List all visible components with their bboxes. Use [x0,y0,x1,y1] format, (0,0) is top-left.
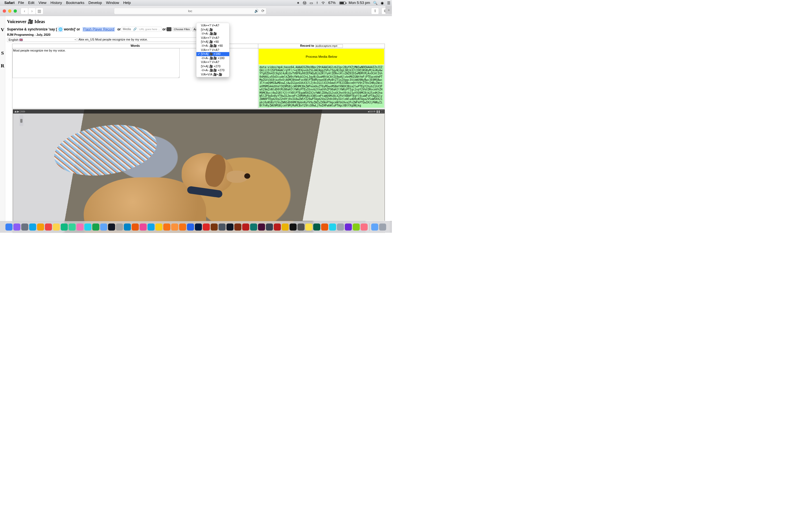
wifi-icon[interactable] [321,1,325,4]
dock-finder-icon[interactable] [5,223,12,230]
dropdown-item[interactable]: V/A++? V+A? [196,48,229,52]
audio-playing-icon[interactable]: 🔊 [254,9,259,13]
dock-reminders-icon[interactable] [61,223,68,230]
dock-f-icon[interactable] [290,223,297,230]
dropdown-item[interactable]: V/A+V/A 🎥+🎥 [196,72,229,76]
close-window-button[interactable] [3,9,6,13]
new-tab-button[interactable]: ＋ [386,6,392,14]
dock-calendar-icon[interactable] [45,223,52,230]
rotation-dropdown[interactable]: V/A++? V+A?[V+A] 🎥-V+A- 🎥🎥V/A++? V+A?[V+… [196,23,230,77]
globe-icon[interactable]: 🌐 [58,27,63,32]
dock-trash-icon[interactable] [379,223,386,230]
dock-maps-icon[interactable] [68,223,75,230]
words-textarea[interactable]: Most people recognize me by my voice. [12,48,179,78]
dock-a15-icon[interactable] [337,223,344,230]
menu-develop[interactable]: Develop [89,1,102,5]
dock-a16-icon[interactable] [345,223,352,230]
dropdown-item[interactable]: -V+A- 🎥🎥 [196,32,229,36]
video-volume-slider[interactable] [19,115,23,126]
reload-icon[interactable]: ⟳ [261,9,264,13]
dock-xd-icon[interactable] [258,223,265,230]
menu-window[interactable]: Window [106,1,119,5]
bluetooth-icon[interactable]: ᚼ [316,1,318,5]
dock-a3-icon[interactable] [155,223,162,230]
flash-player-record-link[interactable]: Flash Player Record [83,27,115,31]
dock-messages-icon[interactable] [84,223,91,230]
base64-output[interactable]: data:video/mp4;base64,AAAAIGZ0eXBpc29tAA… [259,65,384,108]
dropdown-item[interactable]: V/A++? V+A? [196,36,229,40]
dock-music-icon[interactable] [140,223,147,230]
url-placeholder[interactable]: URL goes here ... [138,27,161,31]
dropdown-item[interactable]: -V+A- 🎥🎥 +270 [196,68,229,72]
dropdown-item[interactable]: [V+A] 🎥 +90 [196,40,229,44]
back-button[interactable]: ‹ [20,8,28,14]
dock-firefox-icon[interactable] [179,223,186,230]
dropdown-item[interactable]: [V+A] 🎥 +180 [196,52,229,56]
dock-a8-icon[interactable] [242,223,249,230]
dock-a4-icon[interactable] [163,223,170,230]
dock-q-icon[interactable] [329,223,336,230]
app-name[interactable]: Safari [4,1,14,5]
video-time-right[interactable]: ●0:0 ⟳ ❚❚ ⛶ [368,110,384,113]
menu-edit[interactable]: Edit [28,1,35,5]
menubar-clock[interactable]: Mon 5:53 pm [349,1,370,5]
dock-a12-icon[interactable] [305,223,312,230]
minimize-window-button[interactable] [8,9,11,13]
siri-icon[interactable]: ◉ [380,1,384,5]
airplay-icon[interactable]: ▭ [310,1,313,5]
dropdown-item[interactable]: -V+A- 🎥🎥 +90 [196,44,229,48]
dropdown-item[interactable]: [V+A] 🎥 +270 [196,64,229,68]
dropdown-item[interactable]: -V+A- 🎥🎥 +180 [196,56,229,60]
menu-history[interactable]: History [50,1,62,5]
dock-a14-icon[interactable] [321,223,328,230]
dock-a11-icon[interactable] [297,223,305,230]
dock-a5-icon[interactable] [171,223,178,230]
menu-bookmarks[interactable]: Bookmarks [66,1,84,5]
dock-terminal-icon[interactable] [226,223,234,230]
dock-siri-icon[interactable] [13,223,20,230]
share-button[interactable]: ⇪ [371,8,379,14]
notifications-icon[interactable]: ☰ [387,1,391,5]
dock-launchpad-icon[interactable] [21,223,28,230]
menu-file[interactable]: File [18,1,24,5]
dock-a13-icon[interactable] [313,223,320,230]
sidebar-button[interactable]: ▥ [36,8,43,14]
dock-photos-icon[interactable] [77,223,84,230]
dock-contacts-icon[interactable] [116,223,123,230]
dock-a18-icon[interactable] [361,223,368,230]
dock-mail-icon[interactable] [100,223,107,230]
dock-a9-icon[interactable] [266,223,273,230]
zoom-window-button[interactable] [13,9,17,13]
dock-chrome-icon[interactable] [187,223,194,230]
address-bar[interactable]: loc 🔊 ⟳ [114,8,266,14]
choose-files-button[interactable]: Choose Files [172,27,191,31]
menu-help[interactable]: Help [123,1,131,5]
dock-a1-icon[interactable] [132,223,139,230]
dock-folder-icon[interactable] [371,223,378,230]
camera-icon[interactable] [167,27,171,31]
dropdown-item[interactable]: V/A++? V+A? [196,60,229,64]
language-select[interactable]: English 🇬🇧 [7,38,77,42]
forward-button[interactable]: › [28,8,36,14]
dock-a6-icon[interactable] [211,223,218,230]
menu-view[interactable]: View [39,1,47,5]
status-icon[interactable]: Ⓜ [303,1,306,5]
dock-appstore-icon[interactable] [124,223,131,230]
dock-preview-icon[interactable] [37,223,44,230]
media-url-input[interactable]: Media 🔗 URL goes here ... [121,27,161,32]
dock-safari-icon[interactable] [29,223,36,230]
video-player[interactable]: ⏏ ▶ | 0:0- ●0:0 ⟳ ❚❚ ⛶ [13,109,385,233]
spotlight-icon[interactable]: 🔍 [373,1,377,5]
battery-icon[interactable] [339,1,346,4]
dock-notes-icon[interactable] [53,223,60,230]
dock-a10-icon[interactable] [282,223,289,230]
dropdown-item[interactable]: V/A++? V+A? [196,23,229,27]
dock-a17-icon[interactable] [353,223,360,230]
dock-facetime-icon[interactable] [92,223,99,230]
dock-a2-icon[interactable] [147,223,154,230]
dropdown-item[interactable]: [V+A] 🎥 [196,27,229,32]
dock-a7-icon[interactable] [234,223,241,230]
dock-gimp-icon[interactable] [218,223,225,230]
dock-opera-icon[interactable] [203,223,210,230]
voice-input[interactable] [78,38,200,42]
